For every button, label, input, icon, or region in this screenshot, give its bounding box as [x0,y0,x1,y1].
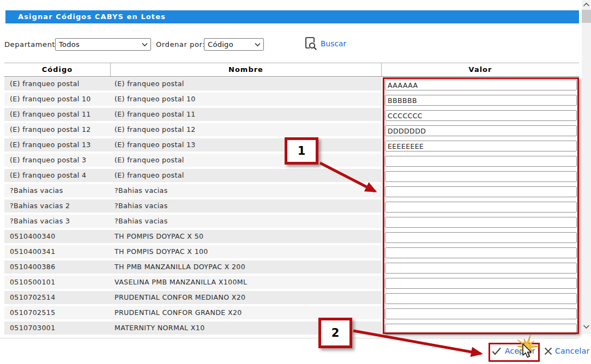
scrollbar-thumb[interactable] [582,10,591,23]
table-row: ?Bahias vacias 2?Bahias vacias [4,199,382,215]
column-header-code: Código [4,63,111,76]
row-code: 0510400341 [10,247,56,256]
table-row: (E) franqueo postal 10(E) franqueo posta… [4,93,382,108]
annotation-step-1-box: 1 [285,137,318,165]
valor-input[interactable] [385,141,577,151]
dialog-title: Asignar Códigos CABYS en Lotes [5,10,579,23]
row-name: (E) franqueo postal [114,80,184,88]
row-name: ?Bahias vacias [114,186,168,195]
row-code: (E) franqueo postal 4 [10,171,86,179]
valor-input[interactable] [385,156,577,167]
row-name: (E) franqueo postal 10 [114,95,196,103]
valor-input[interactable] [385,125,577,136]
search-button[interactable]: Buscar [303,35,346,51]
table-body: (E) franqueo postal(E) franqueo postal(E… [4,77,382,337]
row-name: ?Bahias vacias [114,202,168,210]
annotation-step-2-box: 2 [318,318,352,348]
valor-input[interactable] [385,217,577,228]
row-code: (E) franqueo postal 11 [10,110,91,118]
annotation-step-2-number: 2 [331,326,340,339]
row-code: 0510400340 [10,232,56,240]
vertical-scrollbar[interactable] [582,0,591,334]
row-name: (E) franqueo postal 13 [114,141,196,149]
table-header: Código Nombre Valor [4,63,579,77]
row-name: TH POMPIS DOYPAC X 50 [114,232,203,240]
row-code: (E) franqueo postal 3 [10,156,86,164]
department-select[interactable]: Todos [55,38,151,51]
valor-input[interactable] [385,263,577,274]
row-name: VASELINA PMB MANZANILLA X100ML [114,278,247,286]
valor-input[interactable] [385,247,577,258]
row-name: (E) franqueo postal 12 [114,125,196,134]
column-header-valor: Valor [382,63,579,76]
x-mark-icon [544,347,552,355]
table-row: (E) franqueo postal 11(E) franqueo posta… [4,108,382,123]
row-code: ?Bahias vacias [10,186,63,195]
row-code: (E) franqueo postal 12 [10,125,91,134]
row-code: 0510702515 [10,308,56,317]
accept-button-label: Aceptar [505,347,535,355]
row-name: MATERNITY NORMAL X10 [114,324,204,332]
valor-input[interactable] [385,95,577,106]
valor-input[interactable] [385,110,577,121]
row-code: (E) franqueo postal [10,80,80,88]
order-by-selected-value: Código [208,40,233,48]
department-label: Departamento: [4,40,63,48]
row-name: TH POMPIS DOYPAC X 100 [114,247,208,256]
chevron-down-icon [142,43,148,47]
accept-button[interactable]: Aceptar [492,347,535,355]
column-header-name: Nombre [111,63,382,76]
valor-input[interactable] [385,80,577,90]
table-row: (E) franqueo postal 12(E) franqueo posta… [4,123,382,138]
row-name: (E) franqueo postal 11 [114,110,196,118]
cancel-button-label: Cancelar [555,347,589,355]
row-name: (E) franqueo postal [114,171,184,179]
scrollbar-up-icon[interactable] [583,2,590,7]
order-by-label: Ordenar por: [156,40,205,48]
row-name: (E) franqueo postal [114,156,184,164]
valor-input[interactable] [385,232,577,243]
checkmark-icon [492,347,502,355]
valor-input[interactable] [385,293,577,304]
row-name: TH PMB MANZANILLA DOYPAC X 200 [114,263,245,271]
table-row: 0510400386TH PMB MANZANILLA DOYPAC X 200 [4,260,382,276]
table-row: (E) franqueo postal 13(E) franqueo posta… [4,138,382,154]
annotation-step-1-number: 1 [298,144,306,157]
row-code: 0510702514 [10,293,56,301]
department-selected-value: Todos [59,40,80,48]
table-row: (E) franqueo postal(E) franqueo postal [4,77,382,93]
row-code: 0510400386 [10,263,56,271]
order-by-select[interactable]: Código [204,38,264,51]
valor-input[interactable] [385,324,577,335]
valor-input[interactable] [385,278,577,289]
table-row: ?Bahias vacias 3?Bahias vacias [4,215,382,230]
cancel-button[interactable]: Cancelar [544,347,589,355]
row-code: 0510703001 [10,324,56,332]
row-code: ?Bahias vacias 2 [10,202,70,210]
table-row: (E) franqueo postal 4(E) franqueo postal [4,169,382,184]
row-name: PRUDENTIAL CONFOR MEDIANO X20 [114,293,245,301]
valor-input[interactable] [385,202,577,213]
row-name: PRUDENTIAL CONFOR GRANDE X20 [114,308,242,317]
table-row: ?Bahias vacias?Bahias vacias [4,184,382,199]
table-row: 0510400341TH POMPIS DOYPAC X 100 [4,245,382,260]
row-code: ?Bahias vacias 3 [10,217,70,225]
table-row: 0510702514PRUDENTIAL CONFOR MEDIANO X20 [4,291,382,306]
chevron-down-icon [255,43,261,47]
footer-divider [0,338,579,338]
row-name: ?Bahias vacias [114,217,168,225]
row-code: (E) franqueo postal 10 [10,95,91,103]
scrollbar-down-icon[interactable] [583,324,590,329]
table-row: 0510400340TH POMPIS DOYPAC X 50 [4,230,382,245]
valor-input[interactable] [385,186,577,197]
table-row: (E) franqueo postal 3(E) franqueo postal [4,154,382,169]
search-button-label: Buscar [321,39,346,48]
search-icon [303,35,317,51]
row-code: 0510500101 [10,278,56,286]
row-code: (E) franqueo postal 13 [10,141,91,149]
valor-input[interactable] [385,171,577,182]
table-row: 0510500101VASELINA PMB MANZANILLA X100ML [4,276,382,291]
valor-input[interactable] [385,308,577,319]
